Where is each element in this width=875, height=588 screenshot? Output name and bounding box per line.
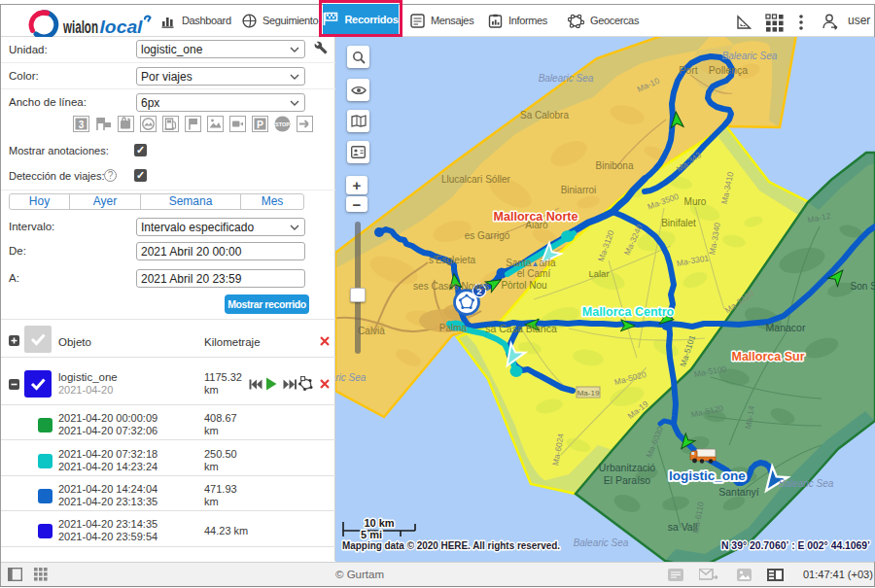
svg-text:Mallorca Sur: Mallorca Sur: [731, 350, 804, 363]
svg-text:Urbanització: Urbanització: [599, 462, 656, 473]
svg-text:Biniarroi: Biniarroi: [561, 185, 597, 195]
svg-text:STOP: STOP: [275, 121, 290, 127]
svg-text:el Camí: el Camí: [517, 268, 551, 279]
svg-text:N 39° 20.7060ʼ : E 002° 44.106: N 39° 20.7060ʼ : E 002° 44.1069ʼ: [721, 539, 870, 551]
svg-text:Mallorca Norte: Mallorca Norte: [494, 210, 578, 224]
svg-text:aric Sea: aric Sea: [335, 372, 367, 383]
svg-text:Sóller: Sóller: [485, 174, 510, 185]
svg-text:sa Casa Blanca: sa Casa Blanca: [485, 323, 557, 334]
svg-text:Balearic Sea: Balearic Sea: [539, 73, 594, 84]
svg-text:Muro: Muro: [684, 196, 707, 207]
svg-text:Binifalet: Binifalet: [661, 218, 696, 228]
svg-text:Manacor: Manacor: [766, 322, 806, 333]
svg-text:El Paraíso: El Paraíso: [604, 474, 651, 486]
svg-text:Calvià: Calvià: [358, 326, 385, 336]
svg-text:Mallorca Centro: Mallorca Centro: [582, 305, 675, 319]
svg-text:Balearic Sea: Balearic Sea: [779, 478, 834, 489]
svg-text:Port: Port: [679, 64, 697, 76]
svg-text:Sa Calobra: Sa Calobra: [520, 110, 569, 121]
svg-text:local: local: [100, 17, 144, 37]
svg-text:P: P: [257, 119, 263, 130]
svg-text:Pòrtol Nou: Pòrtol Nou: [501, 280, 546, 291]
svg-text:s'Esgleieta: s'Esgleieta: [429, 255, 475, 265]
svg-text:Llucalcari: Llucalcari: [441, 174, 482, 185]
svg-text:Santa▲aría: Santa▲aría: [506, 258, 556, 268]
svg-text:Mapping data © 2020 HERE. All: Mapping data © 2020 HERE. All rights res…: [342, 539, 560, 551]
svg-text:Son Sa: Son Sa: [851, 281, 875, 292]
svg-text:10 km: 10 km: [364, 517, 394, 529]
svg-text:ses Cases Noves: ses Cases Noves: [413, 281, 489, 292]
svg-text:Pollença: Pollença: [709, 64, 748, 76]
svg-text:es Garrigó: es Garrigó: [465, 230, 510, 241]
svg-text:Lalar: Lalar: [588, 268, 609, 279]
svg-text:logistic_one: logistic_one: [669, 468, 746, 483]
svg-text:Palma: Palma: [439, 323, 468, 333]
svg-text:Balearic Sea: Balearic Sea: [574, 537, 629, 548]
svg-text:3: 3: [79, 120, 85, 130]
svg-text:Ma-19: Ma-19: [578, 389, 600, 398]
svg-text:wialon: wialon: [62, 17, 98, 37]
svg-text:Santanyí: Santanyí: [718, 486, 759, 498]
svg-text:Balearic Sea: Balearic Sea: [722, 51, 778, 61]
svg-text:Binibona: Binibona: [596, 160, 634, 171]
